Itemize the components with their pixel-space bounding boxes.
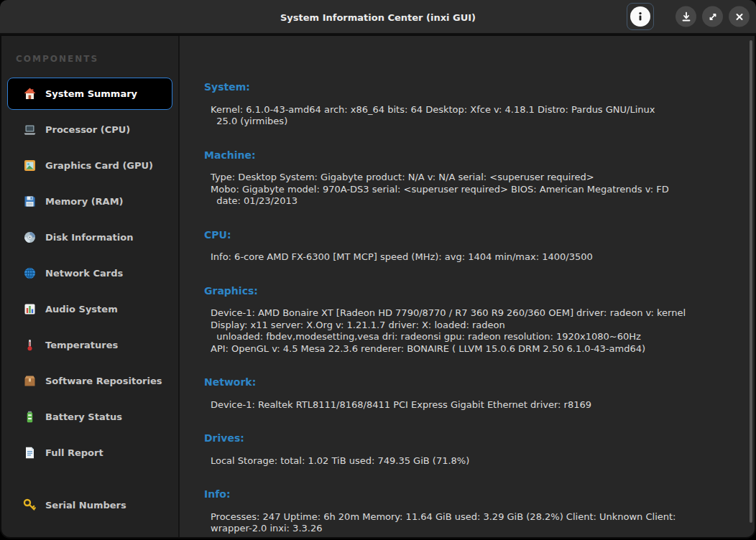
sidebar-item-label: Disk Information <box>45 232 133 243</box>
sidebar-item-processor-cpu[interactable]: Processor (CPU) <box>7 113 172 146</box>
sidebar-item-label: Serial Numbers <box>45 500 126 511</box>
section-info: Info: Processes: 247 Uptime: 6h 20m Memo… <box>204 488 740 535</box>
sidebar-item-software-repositories[interactable]: Software Repositories <box>7 365 172 397</box>
section-title: Info: <box>204 488 740 501</box>
sidebar-item-network-cards[interactable]: Network Cards <box>7 257 172 289</box>
sidebar-item-label: System Summary <box>45 88 137 99</box>
sidebar-item-memory-ram[interactable]: Memory (RAM) <box>7 185 172 218</box>
section-body: Type: Desktop System: Gigabyte product: … <box>204 172 740 208</box>
sidebar-item-label: Battery Status <box>45 411 122 422</box>
section-body: Processes: 247 Uptime: 6h 20m Memory: 11… <box>204 511 740 535</box>
section-cpu: CPU: Info: 6-core AMD FX-6300 [MT MCP] s… <box>204 229 740 264</box>
sidebar-item-label: Full Report <box>45 447 103 458</box>
sidebar-item-audio-system[interactable]: Audio System <box>7 293 172 325</box>
download-icon <box>681 11 691 22</box>
sidebar-item-battery-status[interactable]: Battery Status <box>7 401 172 433</box>
bar-chart-icon <box>23 302 37 316</box>
info-button[interactable] <box>627 3 654 30</box>
section-body: Device-1: Realtek RTL8111/8168/8411 PCI … <box>204 399 740 411</box>
sidebar-item-label: Graphics Card (GPU) <box>45 160 153 171</box>
sidebar-item-graphics-card-gpu[interactable]: Graphics Card (GPU) <box>7 149 172 182</box>
sidebar-header: COMPONENTS <box>16 54 172 64</box>
section-body: Kernel: 6.1.0-43-amd64 arch: x86_64 bits… <box>204 104 740 128</box>
section-title: System: <box>204 81 740 93</box>
content-panel: System: Kernel: 6.1.0-43-amd64 arch: x86… <box>180 36 755 537</box>
expand-button[interactable] <box>702 6 723 27</box>
close-icon <box>735 12 744 21</box>
main-area: COMPONENTS System Summary <box>1 36 755 537</box>
vertical-scrollbar[interactable] <box>750 40 752 523</box>
section-network: Network: Device-1: Realtek RTL8111/8168/… <box>204 376 740 411</box>
sidebar-item-disk-information[interactable]: Disk Information <box>7 221 172 253</box>
section-body: Local Storage: total: 1.02 TiB used: 749… <box>204 455 740 467</box>
globe-icon <box>23 266 37 280</box>
titlebar: System Information Center (inxi GUI) <box>0 0 756 34</box>
floppy-disk-icon <box>23 195 37 208</box>
section-system: System: Kernel: 6.1.0-43-amd64 arch: x86… <box>204 81 740 128</box>
sidebar: COMPONENTS System Summary <box>1 36 180 537</box>
section-title: Drives: <box>204 432 740 444</box>
laptop-icon <box>23 123 37 136</box>
document-icon <box>23 446 37 460</box>
sidebar-item-label: Memory (RAM) <box>45 196 124 207</box>
section-graphics: Graphics: Device-1: AMD Bonaire XT [Rade… <box>204 285 740 355</box>
app-window: System Information Center (inxi GUI) <box>0 0 756 539</box>
sidebar-item-label: Software Repositories <box>45 376 162 386</box>
section-title: Machine: <box>204 149 740 162</box>
key-icon <box>23 498 37 512</box>
sidebar-item-label: Processor (CPU) <box>45 124 130 135</box>
home-icon <box>23 87 37 101</box>
expand-icon <box>708 11 718 22</box>
optical-disc-icon <box>23 231 37 244</box>
section-body: Device-1: AMD Bonaire XT [Radeon HD 7790… <box>204 307 740 355</box>
sidebar-item-label: Temperatures <box>45 340 118 350</box>
section-machine: Machine: Type: Desktop System: Gigabyte … <box>204 149 740 208</box>
sidebar-item-temperatures[interactable]: Temperatures <box>7 329 172 361</box>
close-button[interactable] <box>729 6 750 27</box>
info-icon <box>630 6 650 27</box>
sidebar-item-full-report[interactable]: Full Report <box>7 437 172 469</box>
package-icon <box>23 374 37 388</box>
sidebar-item-serial-numbers[interactable]: Serial Numbers <box>7 489 172 521</box>
sidebar-item-label: Network Cards <box>45 268 123 279</box>
section-drives: Drives: Local Storage: total: 1.02 TiB u… <box>204 432 740 467</box>
section-title: Graphics: <box>204 285 740 297</box>
section-title: CPU: <box>204 229 740 241</box>
sidebar-item-system-summary[interactable]: System Summary <box>7 78 172 110</box>
download-button[interactable] <box>676 6 696 27</box>
battery-icon <box>23 410 37 424</box>
sidebar-item-label: Audio System <box>45 304 118 315</box>
picture-frame-icon <box>23 159 37 172</box>
section-body: Info: 6-core AMD FX-6300 [MT MCP] speed … <box>204 251 740 264</box>
thermometer-icon <box>23 338 37 352</box>
section-title: Network: <box>204 376 740 388</box>
